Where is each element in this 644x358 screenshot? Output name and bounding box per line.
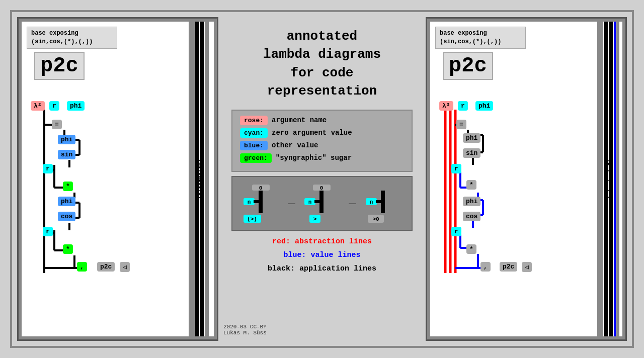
bottom-legend: red: abstraction lines blue: value lines… [268,235,376,276]
syntax-item-2: 0 n > [300,182,343,225]
right-node-lambda: λ² [439,101,453,111]
right-vbar-gray1 [597,22,603,336]
svg-text:>: > [313,216,317,222]
right-node-star2: * [466,244,476,254]
right-vbar-gray2 [616,22,619,336]
vbar-gray1 [189,22,195,336]
left-diagram: base exposing (sin,cos,(*),(,)) p2c [17,17,218,341]
syntax-svg-1: 0 n (>) [239,182,282,225]
legend-green: green: "syngraphic" sugar [240,153,404,163]
right-diagram: base exposing (sin,cos,(*),(,)) p2c [426,17,627,341]
right-vbar-black2 [609,22,613,336]
right-node-star1: * [466,180,476,190]
legend-green-badge: green: [240,153,272,163]
right-node-p2c-badge: p2c [500,262,517,272]
node-eq: = [52,120,62,129]
legend-blue-line: blue: value lines [268,248,376,262]
svg-rect-39 [376,200,381,203]
svg-rect-33 [314,200,319,203]
vbar-gray2 [205,22,209,336]
right-p2c-label: p2c [443,52,493,80]
svg-text:>0: >0 [372,216,379,222]
right-node-r2: r [451,164,461,173]
left-header-line1: base exposing [31,30,78,37]
node-r2: r [43,164,53,173]
syntax-item-3: n >0 [362,182,405,225]
legend-blue-badge: blue: [240,141,268,150]
svg-rect-25 [254,200,259,203]
right-vbar-black1 [604,22,608,336]
node-p2c-badge: p2c [97,262,115,272]
right-node-cos: cos [463,212,480,221]
syntax-svg-3: n >0 [362,182,405,225]
svg-text:n: n [248,199,251,205]
svg-rect-36 [381,191,385,213]
node-cos: cos [58,212,75,221]
left-header-line2: (sin,cos,(*),(,)) [31,38,93,45]
right-node-eq: = [456,120,466,129]
legend-green-text: "syngraphic" sugar [276,154,352,162]
left-header: base exposing (sin,cos,(*),(,)) [27,27,117,49]
svg-rect-22 [259,191,263,213]
vbar-black2 [200,22,204,336]
legend-blue-text: other value [272,141,318,149]
main-title: annotated lambda diagrams for code repre… [263,27,381,101]
node-phi1: phi [67,101,85,111]
svg-text:(>): (>) [248,216,258,222]
right-diagram-inner: base exposing (sin,cos,(*),(,)) p2c [430,22,622,336]
right-header-line1: base exposing [440,30,487,37]
node-r3: r [43,227,53,236]
right-node-arrow: ◁ [522,262,532,272]
legend-red-line: red: abstraction lines [268,235,376,248]
node-sin: sin [58,150,75,159]
legend-box: rose: argument name cyan: zero argument … [231,110,413,172]
title-text: annotated lambda diagrams for code repre… [263,29,381,99]
node-phi2: phi [58,135,75,144]
right-header-line2: (sin,cos,(*),(,)) [440,38,501,45]
footer: 2020-03 CC-BY Lukas M. Süss [223,319,267,336]
node-arrow: ◁ [120,262,130,272]
node-lambda: λ² [31,101,45,111]
syntax-box: 0 n (>) — 0 [231,176,413,231]
svg-text:0: 0 [320,185,324,191]
center-panel: annotated lambda diagrams for code repre… [218,17,426,341]
legend-cyan-badge: cyan: [240,128,268,138]
legend-cyan: cyan: zero argument value [240,128,404,138]
legend-rose-badge: rose: [240,116,268,125]
left-vbars [189,22,214,336]
svg-text:n: n [308,199,312,205]
legend-rose-text: argument name [272,116,327,124]
footer-line1: 2020-03 CC-BY [223,324,267,330]
right-node-phi1: phi [475,101,493,111]
svg-text:0: 0 [259,185,263,191]
legend-black-line: black: application lines [268,262,376,276]
syntax-svg-2: 0 n > [300,182,343,225]
outer-frame: base exposing (sin,cos,(*),(,)) p2c [10,10,634,348]
syntax-sep-2: — [349,197,356,210]
svg-rect-30 [319,191,324,213]
left-diagram-inner: base exposing (sin,cos,(*),(,)) p2c [22,22,214,336]
right-node-r1: r [458,101,468,111]
node-star1: * [63,182,73,191]
legend-blue: blue: other value [240,141,404,150]
node-phi3: phi [58,197,75,206]
right-node-phi3: phi [463,197,480,206]
right-node-comma: , [480,262,491,272]
syntax-sep-1: — [288,197,295,210]
left-p2c-label: p2c [34,52,85,80]
node-r1: r [49,101,59,111]
node-comma: , [77,262,87,272]
right-node-phi2: phi [463,133,480,143]
right-header: base exposing (sin,cos,(*),(,)) [435,27,526,49]
svg-text:n: n [369,199,373,205]
right-vbars [597,22,622,336]
node-star2: * [63,244,73,254]
syntax-item-1: 0 n (>) [239,182,282,225]
legend-cyan-text: zero argument value [272,129,352,137]
right-node-r3: r [451,227,461,236]
vbar-black1 [195,22,199,336]
right-node-sin: sin [463,148,480,158]
legend-rose: rose: argument name [240,116,404,125]
footer-line2: Lukas M. Süss [223,330,267,336]
right-vbar-blue [614,22,616,336]
